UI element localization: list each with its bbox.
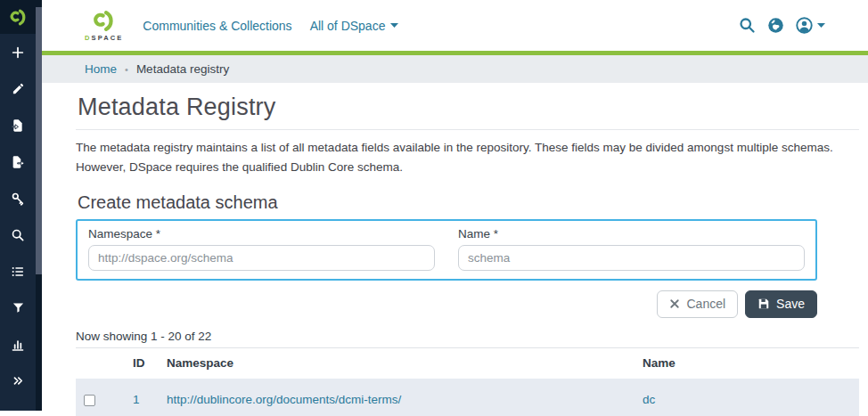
cancel-button[interactable]: Cancel [657,290,738,318]
metadata-schema-table: ID Namespace Name 1 http://dublincore.or… [76,348,859,416]
sidebar-item-access-control[interactable] [0,180,36,216]
sidebar-item-export[interactable] [0,143,36,180]
list-icon [11,265,25,279]
search-icon [738,16,757,35]
name-label: Name * [458,227,805,241]
plus-icon [11,45,25,60]
file-import-icon [11,118,25,133]
name-input[interactable] [458,245,805,271]
form-actions: Cancel Save [76,290,817,318]
save-icon [757,298,770,310]
namespace-field-group: Namespace * [88,227,435,271]
user-menu-button[interactable] [795,16,825,35]
dspace-logo-icon [92,9,116,33]
x-icon [669,298,680,309]
namespace-label: Namespace * [88,227,435,241]
schema-id-link[interactable]: 1 [133,393,140,406]
admin-sidebar [0,0,42,411]
create-schema-form: Namespace * Name * [76,219,817,281]
search-button[interactable] [738,16,757,35]
table-header-row: ID Namespace Name [76,348,859,379]
header-actions [738,16,825,35]
dspace-logo-icon [9,8,28,27]
sidebar-item-admin-search[interactable] [0,216,36,253]
sidebar-item-import[interactable] [0,107,36,143]
schema-namespace-link[interactable]: http://dublincore.org/documents/dcmi-ter… [167,393,401,406]
sidebar-expand[interactable] [0,363,36,399]
search-icon [11,228,25,242]
save-button[interactable]: Save [745,290,817,318]
main-nav: Communities & Collections All of DSpace [143,19,398,33]
page-title: Metadata Registry [78,94,859,121]
sidebar-item-statistics[interactable] [0,326,36,363]
globe-icon [766,16,785,35]
double-chevron-right-icon [12,374,25,387]
select-column-header [76,348,126,379]
name-field-group: Name * [458,227,805,271]
dspace-app: DSPACE Communities & Collections All of … [0,0,868,416]
top-header: DSPACE Communities & Collections All of … [42,0,868,51]
create-schema-heading: Create metadata schema [78,192,859,213]
sidebar-item-edit[interactable] [0,70,36,107]
file-export-icon [11,155,25,169]
caret-down-icon [390,23,398,28]
nav-communities-collections[interactable]: Communities & Collections [143,19,291,33]
sidebar-scrollbar-thumb[interactable] [36,7,42,274]
brand-wordmark: DSPACE [85,34,123,42]
results-count: Now showing 1 - 20 of 22 [76,330,859,343]
breadcrumb: Home • Metadata registry [42,55,868,83]
sidebar-item-new[interactable] [0,34,36,70]
sidebar-menu [0,34,36,399]
key-icon [11,192,25,206]
main-content: Metadata Registry The metadata registry … [42,83,868,416]
title-divider [76,129,859,130]
id-column-header: ID [126,348,160,379]
table-row: 1 http://dublincore.org/documents/dcmi-t… [76,379,859,416]
row-select-checkbox[interactable] [84,395,95,406]
page-description: The metadata registry maintains a list o… [76,138,859,178]
language-button[interactable] [766,16,785,35]
pencil-icon [12,82,25,95]
sidebar-item-registries[interactable] [0,253,36,290]
dspace-brand-logo[interactable]: DSPACE [85,9,123,42]
user-icon [795,16,814,35]
breadcrumb-home-link[interactable]: Home [85,62,117,76]
sidebar-dspace-logo[interactable] [0,0,36,34]
breadcrumb-current: Metadata registry [136,62,229,76]
nav-all-of-dspace[interactable]: All of DSpace [310,19,399,33]
schema-name-link[interactable]: dc [643,393,655,406]
sidebar-scrollbar-track [36,0,42,411]
breadcrumb-separator: • [125,64,128,75]
sidebar-item-curation[interactable] [0,290,36,326]
namespace-input[interactable] [88,245,435,271]
name-column-header: Name [635,348,859,379]
caret-down-icon [817,23,825,28]
bar-chart-icon [11,338,25,352]
filter-icon [12,301,25,314]
namespace-column-header: Namespace [160,348,635,379]
